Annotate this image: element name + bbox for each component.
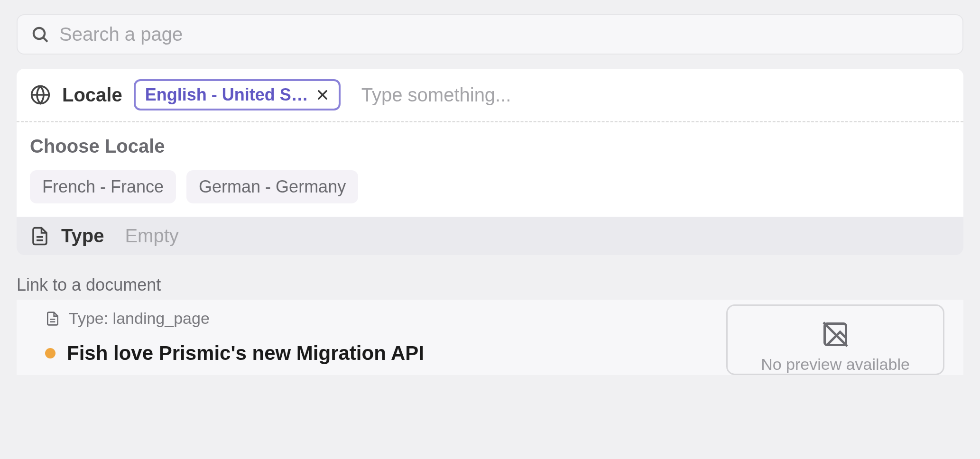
locale-type-input[interactable] (361, 84, 950, 106)
type-filter-row[interactable]: Type Empty (17, 217, 963, 255)
document-type-line: Type: landing_page (45, 309, 712, 328)
document-meta: Type: landing_page Fish love Prismic's n… (45, 304, 712, 375)
document-item[interactable]: Type: landing_page Fish love Prismic's n… (17, 300, 963, 375)
locale-options: French - France German - Germany (30, 170, 950, 203)
document-icon (45, 311, 60, 326)
filter-panel: Locale English - United S… Choose Locale… (17, 69, 963, 255)
choose-locale-section: Choose Locale French - France German - G… (17, 122, 963, 217)
document-title-line: Fish love Prismic's new Migration API (45, 342, 712, 365)
search-bar[interactable] (17, 14, 963, 55)
preview-box: No preview available (726, 304, 944, 375)
preview-text: No preview available (761, 355, 910, 374)
search-icon (31, 25, 50, 44)
locale-label: Locale (62, 84, 122, 106)
locale-option-german[interactable]: German - Germany (186, 170, 358, 203)
link-section-title: Link to a document (17, 275, 963, 295)
svg-line-1 (43, 37, 47, 42)
locale-chip-remove[interactable] (316, 88, 329, 101)
globe-icon (30, 84, 51, 105)
type-label: Type (61, 225, 104, 247)
locale-filter-row: Locale English - United S… (17, 69, 963, 121)
search-input[interactable] (59, 24, 949, 45)
link-section: Link to a document Type: landing_page Fi… (17, 275, 963, 375)
locale-chip-text: English - United S… (145, 85, 308, 105)
status-dot (45, 348, 55, 358)
document-type-text: Type: landing_page (69, 309, 210, 328)
document-title: Fish love Prismic's new Migration API (67, 342, 424, 365)
no-image-icon (821, 320, 850, 349)
locale-option-french[interactable]: French - France (30, 170, 176, 203)
locale-selected-chip[interactable]: English - United S… (134, 79, 341, 110)
choose-locale-title: Choose Locale (30, 136, 950, 157)
close-icon (316, 88, 329, 101)
svg-point-0 (34, 28, 45, 38)
document-icon (30, 226, 50, 246)
type-value: Empty (125, 225, 178, 247)
